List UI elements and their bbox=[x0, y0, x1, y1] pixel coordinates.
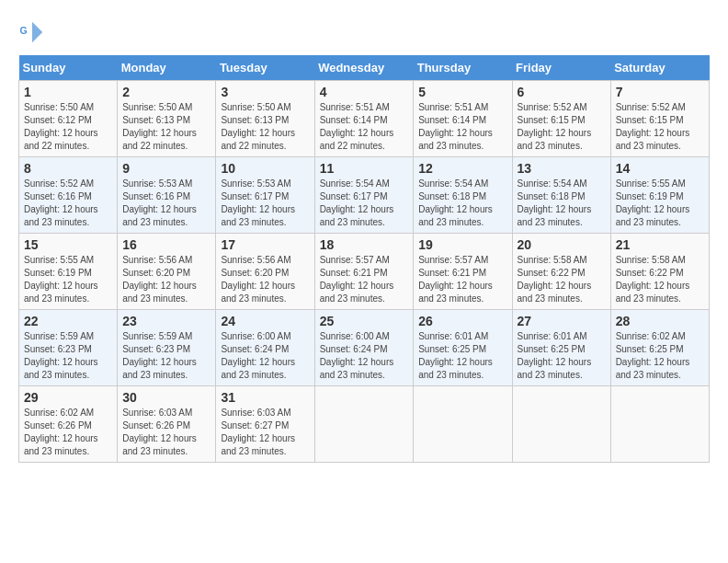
day-number: 30 bbox=[122, 390, 210, 405]
day-detail: Sunrise: 5:59 AMSunset: 6:23 PMDaylight:… bbox=[24, 331, 98, 380]
day-detail: Sunrise: 6:01 AMSunset: 6:25 PMDaylight:… bbox=[518, 331, 592, 380]
day-detail: Sunrise: 5:58 AMSunset: 6:22 PMDaylight:… bbox=[616, 255, 690, 304]
calendar-body: 1 Sunrise: 5:50 AMSunset: 6:12 PMDayligh… bbox=[19, 81, 710, 463]
calendar-cell: 2 Sunrise: 5:50 AMSunset: 6:13 PMDayligh… bbox=[118, 81, 216, 157]
calendar-cell bbox=[610, 386, 709, 463]
calendar-cell: 14 Sunrise: 5:55 AMSunset: 6:19 PMDaylig… bbox=[610, 157, 709, 234]
day-number: 18 bbox=[320, 237, 409, 252]
calendar-cell: 27 Sunrise: 6:01 AMSunset: 6:25 PMDaylig… bbox=[512, 310, 610, 386]
day-number: 17 bbox=[221, 237, 309, 252]
calendar-cell: 29 Sunrise: 6:02 AMSunset: 6:26 PMDaylig… bbox=[19, 386, 118, 463]
day-detail: Sunrise: 5:56 AMSunset: 6:20 PMDaylight:… bbox=[221, 255, 295, 304]
calendar-week-row: 8 Sunrise: 5:52 AMSunset: 6:16 PMDayligh… bbox=[19, 157, 710, 234]
day-detail: Sunrise: 6:00 AMSunset: 6:24 PMDaylight:… bbox=[221, 331, 295, 380]
calendar-cell: 30 Sunrise: 6:03 AMSunset: 6:26 PMDaylig… bbox=[118, 386, 216, 463]
day-detail: Sunrise: 5:54 AMSunset: 6:17 PMDaylight:… bbox=[320, 178, 394, 227]
calendar-cell: 8 Sunrise: 5:52 AMSunset: 6:16 PMDayligh… bbox=[19, 157, 118, 234]
day-number: 26 bbox=[418, 314, 506, 328]
day-number: 8 bbox=[24, 161, 112, 176]
calendar-cell: 4 Sunrise: 5:51 AMSunset: 6:14 PMDayligh… bbox=[314, 81, 414, 157]
day-number: 31 bbox=[221, 390, 309, 405]
day-detail: Sunrise: 5:55 AMSunset: 6:19 PMDaylight:… bbox=[616, 178, 690, 227]
svg-marker-1 bbox=[32, 22, 42, 43]
day-number: 24 bbox=[221, 314, 309, 328]
day-detail: Sunrise: 6:03 AMSunset: 6:26 PMDaylight:… bbox=[122, 408, 197, 456]
day-number: 16 bbox=[122, 237, 210, 252]
day-number: 29 bbox=[24, 390, 112, 405]
day-detail: Sunrise: 5:54 AMSunset: 6:18 PMDaylight:… bbox=[518, 178, 592, 227]
calendar-day-header: Sunday bbox=[19, 55, 118, 81]
day-number: 3 bbox=[221, 85, 309, 99]
day-detail: Sunrise: 6:01 AMSunset: 6:25 PMDaylight:… bbox=[418, 331, 493, 380]
day-number: 22 bbox=[24, 314, 112, 328]
day-number: 19 bbox=[418, 237, 506, 252]
calendar-cell: 26 Sunrise: 6:01 AMSunset: 6:25 PMDaylig… bbox=[414, 310, 512, 386]
calendar-cell: 24 Sunrise: 6:00 AMSunset: 6:24 PMDaylig… bbox=[216, 310, 314, 386]
day-number: 11 bbox=[320, 161, 409, 176]
day-number: 2 bbox=[122, 85, 210, 99]
calendar-cell: 6 Sunrise: 5:52 AMSunset: 6:15 PMDayligh… bbox=[512, 81, 610, 157]
day-detail: Sunrise: 5:58 AMSunset: 6:22 PMDaylight:… bbox=[518, 255, 592, 304]
day-detail: Sunrise: 6:02 AMSunset: 6:25 PMDaylight:… bbox=[616, 331, 690, 380]
day-number: 7 bbox=[616, 85, 704, 99]
calendar-cell: 13 Sunrise: 5:54 AMSunset: 6:18 PMDaylig… bbox=[512, 157, 610, 234]
calendar-day-header: Wednesday bbox=[314, 55, 414, 81]
calendar-week-row: 29 Sunrise: 6:02 AMSunset: 6:26 PMDaylig… bbox=[19, 386, 710, 463]
calendar-cell: 23 Sunrise: 5:59 AMSunset: 6:23 PMDaylig… bbox=[118, 310, 216, 386]
calendar-cell: 11 Sunrise: 5:54 AMSunset: 6:17 PMDaylig… bbox=[314, 157, 414, 234]
day-detail: Sunrise: 5:51 AMSunset: 6:14 PMDaylight:… bbox=[320, 102, 394, 151]
calendar-cell: 10 Sunrise: 5:53 AMSunset: 6:17 PMDaylig… bbox=[216, 157, 314, 234]
calendar-cell: 16 Sunrise: 5:56 AMSunset: 6:20 PMDaylig… bbox=[118, 234, 216, 310]
calendar-cell: 22 Sunrise: 5:59 AMSunset: 6:23 PMDaylig… bbox=[19, 310, 118, 386]
header: G bbox=[18, 18, 710, 46]
calendar-cell: 20 Sunrise: 5:58 AMSunset: 6:22 PMDaylig… bbox=[512, 234, 610, 310]
day-detail: Sunrise: 5:52 AMSunset: 6:16 PMDaylight:… bbox=[24, 178, 98, 227]
calendar-cell: 12 Sunrise: 5:54 AMSunset: 6:18 PMDaylig… bbox=[414, 157, 512, 234]
day-number: 9 bbox=[122, 161, 210, 176]
calendar-day-header: Saturday bbox=[610, 55, 709, 81]
day-number: 15 bbox=[24, 237, 112, 252]
day-detail: Sunrise: 5:50 AMSunset: 6:13 PMDaylight:… bbox=[122, 102, 197, 151]
day-number: 1 bbox=[24, 85, 112, 99]
calendar-cell: 5 Sunrise: 5:51 AMSunset: 6:14 PMDayligh… bbox=[414, 81, 512, 157]
day-detail: Sunrise: 5:56 AMSunset: 6:20 PMDaylight:… bbox=[122, 255, 197, 304]
day-number: 12 bbox=[418, 161, 506, 176]
logo-icon: G bbox=[18, 18, 46, 46]
day-number: 4 bbox=[320, 85, 409, 99]
day-number: 5 bbox=[418, 85, 506, 99]
day-detail: Sunrise: 6:00 AMSunset: 6:24 PMDaylight:… bbox=[320, 331, 394, 380]
calendar-cell: 28 Sunrise: 6:02 AMSunset: 6:25 PMDaylig… bbox=[610, 310, 709, 386]
calendar-cell: 21 Sunrise: 5:58 AMSunset: 6:22 PMDaylig… bbox=[610, 234, 709, 310]
day-number: 14 bbox=[616, 161, 704, 176]
day-number: 25 bbox=[320, 314, 409, 328]
day-detail: Sunrise: 5:53 AMSunset: 6:17 PMDaylight:… bbox=[221, 178, 295, 227]
day-number: 10 bbox=[221, 161, 309, 176]
calendar-cell: 15 Sunrise: 5:55 AMSunset: 6:19 PMDaylig… bbox=[19, 234, 118, 310]
day-detail: Sunrise: 6:02 AMSunset: 6:26 PMDaylight:… bbox=[24, 408, 98, 456]
calendar-cell: 3 Sunrise: 5:50 AMSunset: 6:13 PMDayligh… bbox=[216, 81, 314, 157]
day-detail: Sunrise: 5:50 AMSunset: 6:12 PMDaylight:… bbox=[24, 102, 98, 151]
calendar-day-header: Tuesday bbox=[216, 55, 314, 81]
svg-text:G: G bbox=[20, 25, 28, 36]
day-number: 21 bbox=[616, 237, 704, 252]
day-detail: Sunrise: 5:51 AMSunset: 6:14 PMDaylight:… bbox=[418, 102, 493, 151]
day-number: 20 bbox=[518, 237, 606, 252]
day-number: 28 bbox=[616, 314, 704, 328]
day-detail: Sunrise: 5:59 AMSunset: 6:23 PMDaylight:… bbox=[122, 331, 197, 380]
day-detail: Sunrise: 5:55 AMSunset: 6:19 PMDaylight:… bbox=[24, 255, 98, 304]
calendar-cell: 9 Sunrise: 5:53 AMSunset: 6:16 PMDayligh… bbox=[118, 157, 216, 234]
calendar-header-row: SundayMondayTuesdayWednesdayThursdayFrid… bbox=[19, 55, 710, 81]
calendar-cell: 17 Sunrise: 5:56 AMSunset: 6:20 PMDaylig… bbox=[216, 234, 314, 310]
day-number: 27 bbox=[518, 314, 606, 328]
day-detail: Sunrise: 5:57 AMSunset: 6:21 PMDaylight:… bbox=[320, 255, 394, 304]
logo: G bbox=[18, 18, 50, 46]
calendar-week-row: 1 Sunrise: 5:50 AMSunset: 6:12 PMDayligh… bbox=[19, 81, 710, 157]
day-detail: Sunrise: 5:53 AMSunset: 6:16 PMDaylight:… bbox=[122, 178, 197, 227]
day-detail: Sunrise: 6:03 AMSunset: 6:27 PMDaylight:… bbox=[221, 408, 295, 456]
calendar-cell: 18 Sunrise: 5:57 AMSunset: 6:21 PMDaylig… bbox=[314, 234, 414, 310]
calendar-table: SundayMondayTuesdayWednesdayThursdayFrid… bbox=[18, 55, 710, 463]
calendar-cell: 1 Sunrise: 5:50 AMSunset: 6:12 PMDayligh… bbox=[19, 81, 118, 157]
day-number: 23 bbox=[122, 314, 210, 328]
calendar-cell: 31 Sunrise: 6:03 AMSunset: 6:27 PMDaylig… bbox=[216, 386, 314, 463]
day-detail: Sunrise: 5:54 AMSunset: 6:18 PMDaylight:… bbox=[418, 178, 493, 227]
